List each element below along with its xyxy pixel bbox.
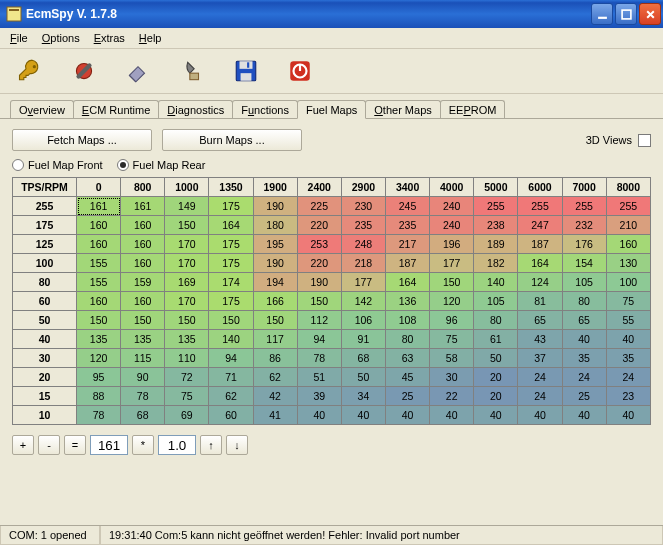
map-cell[interactable]: 80 [562,292,606,311]
map-cell[interactable]: 80 [385,330,429,349]
map-cell[interactable]: 80 [474,311,518,330]
map-cell[interactable]: 150 [121,311,165,330]
burn-maps-button[interactable]: Burn Maps ... [162,129,302,151]
map-cell[interactable]: 43 [518,330,562,349]
radio-fuel-map-rear[interactable]: Fuel Map Rear [117,159,206,171]
map-cell[interactable]: 69 [165,406,209,425]
map-cell[interactable]: 112 [297,311,341,330]
map-cell[interactable]: 105 [562,273,606,292]
map-cell[interactable]: 187 [518,235,562,254]
btn-multiply[interactable]: * [132,435,154,455]
map-cell[interactable]: 24 [606,368,650,387]
map-cell[interactable]: 166 [253,292,297,311]
map-cell[interactable]: 160 [606,235,650,254]
map-cell[interactable]: 86 [253,349,297,368]
map-cell[interactable]: 130 [606,254,650,273]
map-cell[interactable]: 150 [165,216,209,235]
input-factor[interactable] [158,435,196,455]
map-cell[interactable]: 20 [474,387,518,406]
map-cell[interactable]: 142 [341,292,385,311]
map-cell[interactable]: 50 [474,349,518,368]
map-cell[interactable]: 108 [385,311,429,330]
map-cell[interactable]: 39 [297,387,341,406]
map-cell[interactable]: 71 [209,368,253,387]
tab-fuel-maps[interactable]: Fuel Maps [297,100,366,119]
map-cell[interactable]: 58 [430,349,474,368]
map-cell[interactable]: 68 [121,406,165,425]
map-cell[interactable]: 164 [209,216,253,235]
radio-fuel-map-front[interactable]: Fuel Map Front [12,159,103,171]
map-cell[interactable]: 164 [385,273,429,292]
map-cell[interactable]: 42 [253,387,297,406]
map-cell[interactable]: 37 [518,349,562,368]
map-cell[interactable]: 135 [77,330,121,349]
map-cell[interactable]: 40 [430,406,474,425]
minimize-button[interactable] [591,3,613,25]
map-cell[interactable]: 78 [77,406,121,425]
map-cell[interactable]: 100 [606,273,650,292]
map-cell[interactable]: 35 [606,349,650,368]
map-cell[interactable]: 164 [518,254,562,273]
map-cell[interactable]: 225 [297,197,341,216]
map-cell[interactable]: 253 [297,235,341,254]
map-cell[interactable]: 40 [385,406,429,425]
map-cell[interactable]: 170 [165,292,209,311]
map-cell[interactable]: 182 [474,254,518,273]
map-cell[interactable]: 75 [165,387,209,406]
map-cell[interactable]: 40 [562,406,606,425]
map-cell[interactable]: 110 [165,349,209,368]
map-cell[interactable]: 235 [385,216,429,235]
map-cell[interactable]: 195 [253,235,297,254]
map-cell[interactable]: 88 [77,387,121,406]
map-cell[interactable]: 75 [430,330,474,349]
map-cell[interactable]: 255 [474,197,518,216]
map-cell[interactable]: 155 [77,254,121,273]
map-cell[interactable]: 149 [165,197,209,216]
menu-options[interactable]: Options [36,30,86,46]
map-cell[interactable]: 155 [77,273,121,292]
map-cell[interactable]: 177 [430,254,474,273]
menu-extras[interactable]: Extras [88,30,131,46]
map-cell[interactable]: 40 [297,406,341,425]
map-cell[interactable]: 190 [253,254,297,273]
map-cell[interactable]: 189 [474,235,518,254]
map-cell[interactable]: 176 [562,235,606,254]
map-cell[interactable]: 72 [165,368,209,387]
map-cell[interactable]: 232 [562,216,606,235]
map-cell[interactable]: 24 [562,368,606,387]
fuel-map-table[interactable]: TPS/RPM080010001350190024002900340040005… [12,177,651,425]
map-cell[interactable]: 40 [341,406,385,425]
map-cell[interactable]: 105 [474,292,518,311]
3d-views-checkbox[interactable] [638,134,651,147]
maximize-button[interactable] [615,3,637,25]
map-cell[interactable]: 169 [165,273,209,292]
tab-functions[interactable]: Functions [232,100,298,118]
menu-help[interactable]: Help [133,30,168,46]
map-cell[interactable]: 40 [562,330,606,349]
map-cell[interactable]: 248 [341,235,385,254]
map-cell[interactable]: 160 [77,292,121,311]
btn-plus[interactable]: + [12,435,34,455]
map-cell[interactable]: 51 [297,368,341,387]
map-cell[interactable]: 175 [209,292,253,311]
btn-down[interactable]: ↓ [226,435,248,455]
map-cell[interactable]: 40 [518,406,562,425]
map-cell[interactable]: 81 [518,292,562,311]
toolbtn-power[interactable] [276,53,324,89]
map-cell[interactable]: 94 [297,330,341,349]
map-cell[interactable]: 78 [121,387,165,406]
map-cell[interactable]: 62 [209,387,253,406]
fetch-maps-button[interactable]: Fetch Maps ... [12,129,152,151]
map-cell[interactable]: 230 [341,197,385,216]
tab-other-maps[interactable]: Other Maps [365,100,440,118]
map-cell[interactable]: 135 [121,330,165,349]
btn-equals[interactable]: = [64,435,86,455]
close-button[interactable] [639,3,661,25]
map-cell[interactable]: 91 [341,330,385,349]
map-cell[interactable]: 65 [562,311,606,330]
map-cell[interactable]: 218 [341,254,385,273]
map-cell[interactable]: 106 [341,311,385,330]
map-cell[interactable]: 255 [562,197,606,216]
map-cell[interactable]: 96 [430,311,474,330]
map-cell[interactable]: 124 [518,273,562,292]
